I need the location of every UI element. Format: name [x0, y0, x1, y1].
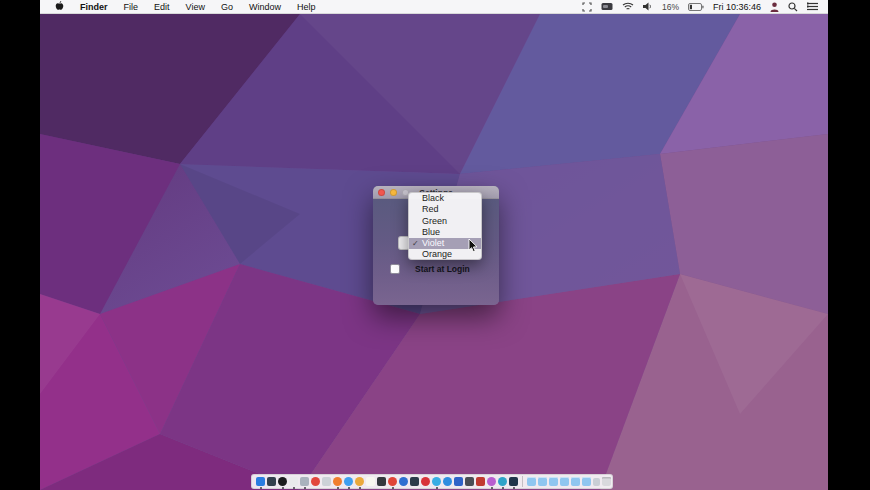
- menubar-item-window[interactable]: Window: [249, 2, 281, 12]
- menubar-item-edit[interactable]: Edit: [154, 2, 170, 12]
- start-at-login-label: Start at Login: [415, 264, 470, 274]
- running-indicator: [337, 487, 339, 489]
- wifi-icon[interactable]: [622, 2, 634, 11]
- menubar-item-help[interactable]: Help: [297, 2, 316, 12]
- dropdown-item-red[interactable]: Red: [409, 204, 481, 215]
- terminal-app-dock-icon[interactable]: [377, 477, 386, 486]
- spotlight-search-icon[interactable]: [788, 2, 798, 12]
- photos-app-dock-icon[interactable]: [487, 477, 496, 486]
- folder-6-dock-icon[interactable]: [582, 477, 591, 486]
- light-app-dock-icon[interactable]: [289, 477, 298, 486]
- gray-dark-app-dock-icon[interactable]: [465, 477, 474, 486]
- running-indicator: [260, 487, 262, 489]
- chrome-app-dock-icon[interactable]: [388, 477, 397, 486]
- battery-icon[interactable]: [688, 3, 704, 11]
- trash-dock-icon[interactable]: [602, 477, 611, 486]
- black-circle-app-dock-icon[interactable]: [278, 477, 287, 486]
- dark-app-2-dock-icon[interactable]: [410, 477, 419, 486]
- silver-app-dock-icon[interactable]: [300, 477, 309, 486]
- running-indicator: [491, 487, 493, 489]
- menu-bar: Finder File Edit View Go Window Help: [40, 0, 828, 14]
- checkmark-icon: ✓: [412, 238, 419, 249]
- apple-menu-icon[interactable]: [55, 0, 64, 13]
- running-indicator: [502, 487, 504, 489]
- dock-separator: [522, 476, 523, 487]
- folder-4-dock-icon[interactable]: [560, 477, 569, 486]
- dropdown-item-blue[interactable]: Blue: [409, 227, 481, 238]
- dock: [251, 474, 613, 489]
- menubar-item-file[interactable]: File: [124, 2, 139, 12]
- screen-capture-icon[interactable]: [582, 2, 592, 12]
- running-indicator: [304, 487, 306, 489]
- start-at-login-checkbox[interactable]: [390, 264, 400, 274]
- red-app-dock-icon[interactable]: [421, 477, 430, 486]
- dropdown-item-green[interactable]: Green: [409, 216, 481, 227]
- running-indicator: [282, 487, 284, 489]
- user-icon[interactable]: [770, 2, 779, 12]
- notification-center-icon[interactable]: [807, 2, 818, 11]
- desktop-screen: Finder File Edit View Go Window Help: [40, 0, 828, 490]
- orange-circle-app-dock-icon[interactable]: [333, 477, 342, 486]
- folder-5-dock-icon[interactable]: [571, 477, 580, 486]
- photoshop-app-dock-icon[interactable]: [509, 477, 518, 486]
- input-source-icon[interactable]: [601, 2, 613, 11]
- menubar-item-view[interactable]: View: [186, 2, 205, 12]
- finder-dock-icon[interactable]: [256, 477, 265, 486]
- yellow-circle-app-dock-icon[interactable]: [355, 477, 364, 486]
- running-indicator: [348, 487, 350, 489]
- running-indicator: [392, 487, 394, 489]
- red-badge-app-dock-icon[interactable]: [476, 477, 485, 486]
- red-circle-app-dock-icon[interactable]: [311, 477, 320, 486]
- dropdown-item-black[interactable]: Black: [409, 193, 481, 204]
- teal-shield-app-dock-icon[interactable]: [498, 477, 507, 486]
- gray-app-dock-icon[interactable]: [322, 477, 331, 486]
- folder-2-dock-icon[interactable]: [538, 477, 547, 486]
- running-indicator: [513, 487, 515, 489]
- menubar-item-go[interactable]: Go: [221, 2, 233, 12]
- folder-1-dock-icon[interactable]: [527, 477, 536, 486]
- start-at-login-row: Start at Login: [390, 264, 470, 274]
- dark-app-1-dock-icon[interactable]: [267, 477, 276, 486]
- blue-circle-app-dock-icon[interactable]: [344, 477, 353, 486]
- globe-app-dock-icon[interactable]: [399, 477, 408, 486]
- running-indicator: [359, 487, 361, 489]
- skype-app-dock-icon[interactable]: [432, 477, 441, 486]
- running-indicator: [293, 487, 295, 489]
- mouse-cursor: [468, 239, 480, 257]
- menubar-app-name[interactable]: Finder: [80, 2, 108, 12]
- running-indicator: [436, 487, 438, 489]
- menubar-clock[interactable]: Fri 10:36:46: [713, 2, 761, 12]
- battery-percent-label: 16%: [662, 2, 679, 12]
- notes-app-dock-icon[interactable]: [366, 477, 375, 486]
- folder-3-dock-icon[interactable]: [549, 477, 558, 486]
- blue-app-dock-icon[interactable]: [454, 477, 463, 486]
- volume-icon[interactable]: [643, 2, 653, 11]
- blue-e-app-dock-icon[interactable]: [443, 477, 452, 486]
- document-stack-dock-icon[interactable]: [593, 478, 600, 486]
